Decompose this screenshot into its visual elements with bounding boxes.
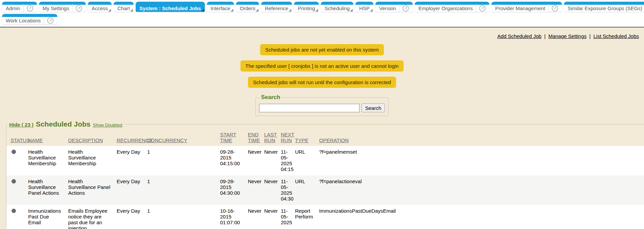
operation-cell: ImmunizationsPastDueDaysEmail [316,205,630,229]
external-link-icon[interactable]: ↗ [552,5,558,12]
tab-popout[interactable]: ↗ [476,4,486,13]
list-scheduled-jobs-link[interactable]: List Scheduled Jobs [593,33,639,39]
external-link-icon[interactable]: ↗ [76,5,82,12]
tab-printing[interactable]: Printing [294,2,319,12]
cgi-cell [630,146,644,175]
search-button[interactable]: Search [362,103,385,112]
table-row[interactable]: Health Surveillance Panel Actions Health… [6,175,644,205]
add-scheduled-job-link[interactable]: Add Scheduled Job [497,33,542,39]
tab-label: Employer Organizations [418,5,473,11]
table-row[interactable]: Health Surveillance Membership Health Su… [6,146,644,175]
column-header-cgi[interactable]: CGI [630,130,644,146]
scheduled-jobs-title: Scheduled Jobs [36,120,91,128]
tab-system-scheduled-jobs[interactable]: System : Scheduled Jobs [136,2,205,12]
tab-scheduling[interactable]: Scheduling [321,2,353,12]
end-time-cell: Never [245,146,261,175]
tab-interface[interactable]: Interface [207,2,234,12]
recurrence-cell: Every Day [114,146,144,175]
last-run-cell: Never [261,205,278,229]
search-fieldset: Search Search [255,94,389,116]
hide-count-link[interactable]: Hide ( 23 ) [9,122,34,128]
end-time-cell: Never [245,175,261,205]
description-cell: Health Surveillance Panel Actions [65,175,114,205]
tab-my-settings[interactable]: My Settings ↗ [39,2,86,12]
external-link-icon[interactable]: ↗ [403,5,409,12]
scheduled-jobs-section: Hide ( 23 ) Scheduled Jobs Show Disabled… [6,120,644,229]
start-time-cell: 10-16-2015 01:07:00 [217,205,245,229]
search-input[interactable] [259,104,359,112]
last-run-cell: Never [261,175,278,205]
name-cell: Immunizations Past Due Email [25,205,65,229]
status-indicator-icon [12,179,16,184]
column-header-next-run[interactable]: NEXT RUN [278,130,292,146]
recurrence-cell: Every Day [114,175,144,205]
tab-reference[interactable]: Reference [261,2,292,12]
scheduled-jobs-legend: Hide ( 23 ) Scheduled Jobs Show Disabled [7,120,124,128]
tab-hsp[interactable]: HSP [355,2,373,12]
tab-employer-organizations[interactable]: Employer Organizations ↗ [415,2,489,12]
tab-label: HSP [359,5,370,11]
tab-orders[interactable]: Orders [236,2,259,12]
description-cell: Emails Employee notice they are past due… [65,205,114,229]
status-cell [6,175,25,205]
link-separator: | [589,33,591,39]
column-header-concurrency[interactable]: CONCURRENCY [144,130,217,146]
tab-popout[interactable]: ↗ [72,4,82,13]
column-header-start-time[interactable]: START TIME [217,130,245,146]
tab-label: Version [379,5,396,11]
column-header-description[interactable]: DESCRIPTION [65,130,114,146]
action-links-row: Add Scheduled Job | Manage Settings | Li… [0,27,644,39]
scheduled-jobs-table: STATUS NAME DESCRIPTION RECURRENCE CONCU… [6,130,644,229]
status-indicator-icon [12,150,16,154]
tab-similar-exposure-groups[interactable]: Similar Exposure Groups (SEGs) ↗ [564,2,644,12]
tab-popout[interactable]: ↗ [23,4,33,13]
type-cell: URL [292,175,316,205]
tab-label: Admin [6,5,20,11]
cgi-cell [630,175,644,205]
search-legend: Search [260,94,282,101]
column-header-type[interactable]: TYPE [292,130,316,146]
type-cell: URL [292,146,316,175]
operation-cell: ?f=panelmemset [316,146,630,175]
column-header-recurrence[interactable]: RECURRENCE [114,130,144,146]
tab-admin[interactable]: Admin ↗ [2,2,37,12]
column-header-last-run[interactable]: LAST RUN [261,130,278,146]
tab-label: System : Scheduled Jobs [139,5,201,11]
column-header-name[interactable]: NAME [25,130,65,146]
tab-chart[interactable]: Chart [114,2,134,12]
external-link-icon[interactable]: ↗ [47,17,54,24]
description-cell: Health Surveillance Membership [65,146,114,175]
tab-bar: Admin ↗ My Settings ↗ Access Chart Syste… [0,0,644,27]
table-row[interactable]: Immunizations Past Due Email Emails Empl… [6,205,644,229]
status-indicator-icon [12,209,16,213]
tab-label: Printing [298,5,315,11]
tab-label: Similar Exposure Groups (SEGs) [568,5,642,11]
tab-label: Provider Management [495,5,545,11]
tab-popout[interactable]: ↗ [399,4,409,13]
external-link-icon[interactable]: ↗ [479,5,486,12]
tab-popout[interactable]: ↗ [548,4,558,13]
link-separator: | [544,33,546,39]
show-disabled-link[interactable]: Show Disabled [93,122,122,128]
status-cell [6,146,25,175]
tab-row-2: Work Locations ↗ [2,14,642,24]
tab-access[interactable]: Access [88,2,112,12]
tab-work-locations[interactable]: Work Locations ↗ [2,14,57,24]
tab-label: Orders [240,5,255,11]
column-header-operation[interactable]: OPERATION [316,130,630,146]
operation-cell: ?f=panelactioneval [316,175,630,205]
name-cell: Health Surveillance Membership [25,146,65,175]
tab-version[interactable]: Version ↗ [375,2,413,12]
status-cell [6,205,25,229]
manage-settings-link[interactable]: Manage Settings [548,33,587,39]
next-run-cell: 11-05-2025 [278,205,292,229]
tab-provider-management[interactable]: Provider Management ↗ [491,2,562,12]
external-link-icon[interactable]: ↗ [27,5,33,12]
tab-popout[interactable]: ↗ [44,16,54,25]
start-time-cell: 09-28-2015 04:30:00 [217,175,245,205]
column-header-end-time[interactable]: END TIME [245,130,261,146]
table-header-row: STATUS NAME DESCRIPTION RECURRENCE CONCU… [6,130,644,146]
start-time-cell: 09-28-2015 04:15:00 [217,146,245,175]
column-header-status[interactable]: STATUS [6,130,25,146]
next-run-cell: 11-05-2025 04:30 [278,175,292,205]
